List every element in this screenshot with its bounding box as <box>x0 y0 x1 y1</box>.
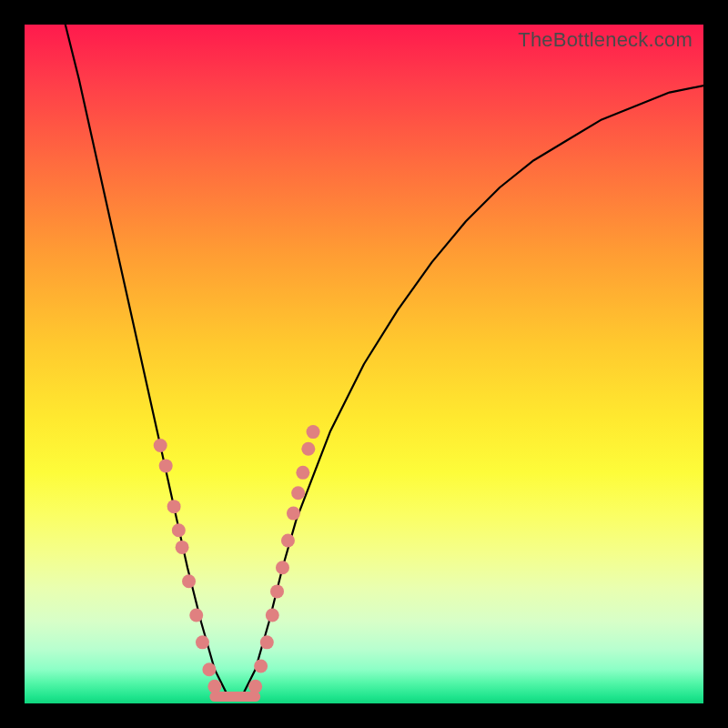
highlight-dot <box>301 442 315 456</box>
highlight-dot <box>254 659 268 672</box>
plot-area: TheBottleneck.com <box>25 25 703 703</box>
bottleneck-curve-line <box>66 25 703 697</box>
highlight-dot <box>281 533 295 547</box>
highlight-dot <box>202 662 216 676</box>
highlight-dot <box>207 680 221 693</box>
highlight-dot <box>154 439 167 452</box>
highlight-dot <box>196 635 209 649</box>
highlight-dot <box>260 635 274 649</box>
highlight-dot <box>287 507 300 521</box>
highlight-dot <box>291 486 305 500</box>
highlight-dot <box>159 459 173 472</box>
chart-frame: TheBottleneck.com <box>0 0 728 728</box>
highlight-dot <box>307 425 320 439</box>
highlight-dot <box>296 466 309 480</box>
highlight-dot <box>167 500 181 513</box>
highlight-dot <box>276 561 289 574</box>
highlight-dot <box>266 609 279 622</box>
highlight-dot <box>189 609 203 622</box>
highlight-dot <box>176 541 189 554</box>
highlight-dot <box>182 574 196 588</box>
highlight-dot <box>270 584 284 598</box>
highlight-dot <box>248 680 262 693</box>
highlight-dot <box>172 523 186 537</box>
bottleneck-curve-svg <box>25 25 703 703</box>
